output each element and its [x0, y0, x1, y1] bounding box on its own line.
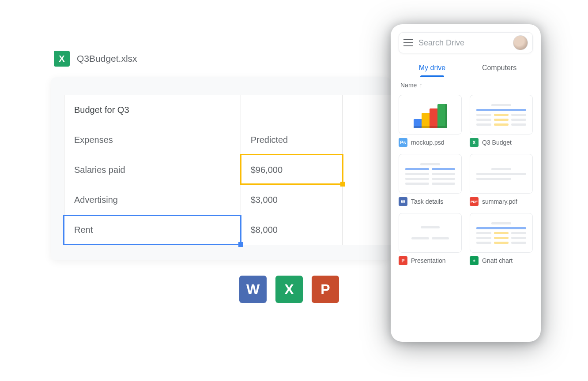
cell[interactable]: $8,000: [241, 215, 342, 245]
file-item-presentation[interactable]: P Presentation: [399, 213, 462, 265]
table-row: Advertising $3,000: [64, 185, 391, 215]
cell-selected-yellow[interactable]: $96,000: [241, 155, 342, 185]
sheets-icon: [470, 256, 479, 265]
file-label: Gnatt chart: [482, 257, 513, 264]
file-item-mockup[interactable]: Ps mockup.psd: [399, 95, 462, 147]
cell[interactable]: Salaries paid: [64, 155, 241, 185]
tab-my-drive[interactable]: My drive: [399, 60, 466, 77]
file-item-q3-budget[interactable]: X Q3 Budget: [470, 95, 533, 147]
file-header: X Q3Budget.xlsx: [54, 51, 137, 67]
avatar[interactable]: [513, 35, 528, 50]
file-grid: Ps mockup.psd X Q3 Budget: [399, 95, 533, 265]
excel-icon: X: [470, 138, 479, 147]
word-icon: W: [399, 197, 407, 206]
file-name: Q3Budget.xlsx: [77, 53, 137, 64]
photoshop-icon: Ps: [399, 138, 407, 147]
sort-label: Name: [400, 82, 417, 89]
excel-icon: X: [275, 276, 303, 303]
powerpoint-icon: P: [399, 256, 407, 265]
arrow-up-icon: ↑: [419, 82, 422, 89]
thumbnail: [470, 95, 533, 134]
sort-control[interactable]: Name ↑: [400, 82, 531, 89]
spreadsheet-card: Budget for Q3 Expenses Predicted Salarie…: [51, 77, 391, 260]
thumbnail: [470, 154, 533, 194]
file-label: Task details: [411, 198, 443, 205]
table-row: Budget for Q3: [64, 95, 391, 125]
cell[interactable]: [342, 95, 391, 125]
search-bar[interactable]: Search Drive: [399, 32, 533, 53]
cell[interactable]: [342, 155, 391, 185]
file-item-gnatt-chart[interactable]: Gnatt chart: [470, 213, 533, 265]
drive-mobile-panel: Search Drive My drive Computers Name ↑ P…: [391, 24, 541, 342]
file-label: mockup.psd: [411, 139, 444, 146]
search-input[interactable]: Search Drive: [418, 38, 508, 48]
chart-3d-icon: [413, 101, 448, 128]
cell[interactable]: [342, 215, 391, 245]
powerpoint-icon: P: [312, 276, 339, 303]
tabs: My drive Computers: [399, 60, 533, 77]
spreadsheet-table[interactable]: Budget for Q3 Expenses Predicted Salarie…: [64, 95, 391, 245]
file-label: Presentation: [411, 257, 446, 264]
table-row: Expenses Predicted: [64, 125, 391, 155]
filetype-badges: W X P: [239, 276, 339, 303]
cell[interactable]: Budget for Q3: [64, 95, 241, 125]
tab-computers[interactable]: Computers: [466, 60, 533, 77]
table-row: Salaries paid $96,000: [64, 155, 391, 185]
thumbnail: [399, 213, 462, 253]
cell[interactable]: Predicted: [241, 125, 342, 155]
thumbnail: [399, 95, 462, 134]
thumbnail: [399, 154, 462, 194]
menu-icon[interactable]: [403, 39, 413, 46]
cell[interactable]: [342, 125, 391, 155]
cell[interactable]: Expenses: [64, 125, 241, 155]
file-label: Q3 Budget: [482, 139, 512, 146]
pdf-icon: PDF: [470, 197, 479, 206]
svg-rect-3: [474, 260, 475, 262]
file-item-summary-pdf[interactable]: PDF summary.pdf: [470, 154, 533, 206]
cell[interactable]: [342, 185, 391, 215]
excel-icon: X: [54, 51, 70, 67]
word-icon: W: [239, 276, 267, 303]
cell-selected-blue[interactable]: Rent: [64, 215, 241, 245]
thumbnail: [470, 213, 533, 253]
file-label: summary.pdf: [482, 198, 517, 205]
file-item-task-details[interactable]: W Task details: [399, 154, 462, 206]
cell[interactable]: $3,000: [241, 185, 342, 215]
cell[interactable]: Advertising: [64, 185, 241, 215]
table-row: Rent $8,000: [64, 215, 391, 245]
cell[interactable]: [241, 95, 342, 125]
